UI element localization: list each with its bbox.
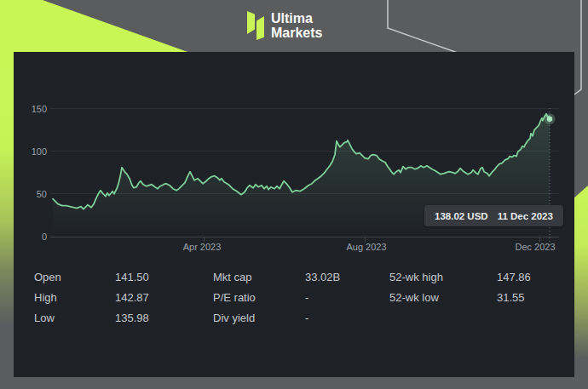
brand-name-line1: Ultima: [271, 11, 322, 26]
logo-bar-left: [247, 11, 255, 34]
stat-value-div-yield: -: [305, 312, 389, 324]
brand-name-line2: Markets: [271, 26, 322, 40]
last-price-dot: [547, 117, 552, 122]
decor-lime-left-strip: [0, 52, 14, 324]
stat-value-52wk-high: 147.86: [497, 271, 565, 283]
stat-label-52wk-high: 52-wk high: [389, 271, 497, 283]
stock-chart-panel: 150 100 50 0 Apr 2023 Aug 2023 Dec 2023: [14, 52, 574, 377]
stat-value-52wk-low: 31.55: [497, 291, 565, 304]
stat-label-52wk-low: 52-wk low: [389, 291, 497, 304]
app-canvas: Ultima Markets 150 100 50 0 Apr 2023 Aug…: [0, 0, 588, 389]
decor-outline-parallelogram-left: [388, 0, 458, 53]
stat-label-open: Open: [34, 271, 115, 283]
brand-logo: Ultima Markets: [245, 10, 322, 41]
stat-value-open: 141.50: [115, 271, 213, 283]
stat-label-div-yield: Div yield: [213, 312, 305, 324]
stat-value-mktcap: 33.02B: [305, 271, 389, 283]
stat-label-mktcap: Mkt cap: [213, 271, 305, 283]
decor-lime-topleft-shape: [0, 0, 190, 53]
tooltip-date: 11 Dec 2023: [498, 211, 553, 221]
tooltip-price: 138.02 USD: [435, 211, 488, 221]
logo-bar-right: [257, 16, 264, 40]
ultima-markets-logo-icon: [245, 10, 266, 41]
chart-tooltip: 138.02 USD 11 Dec 2023: [424, 205, 563, 226]
decor-outline-parallelogram-right: [574, 0, 581, 94]
stats-grid: Open 141.50 Mkt cap 33.02B 52-wk high 14…: [34, 266, 565, 328]
stat-label-high: High: [34, 291, 115, 304]
decor-lime-right-wedge: [574, 186, 588, 389]
stat-value-low: 135.98: [115, 312, 213, 324]
stat-value-pe-ratio: -: [305, 291, 389, 304]
stat-value-high: 142.87: [115, 291, 213, 304]
stat-label-pe-ratio: P/E ratio: [213, 291, 305, 304]
stat-label-low: Low: [34, 312, 115, 324]
brand-name: Ultima Markets: [271, 11, 322, 41]
